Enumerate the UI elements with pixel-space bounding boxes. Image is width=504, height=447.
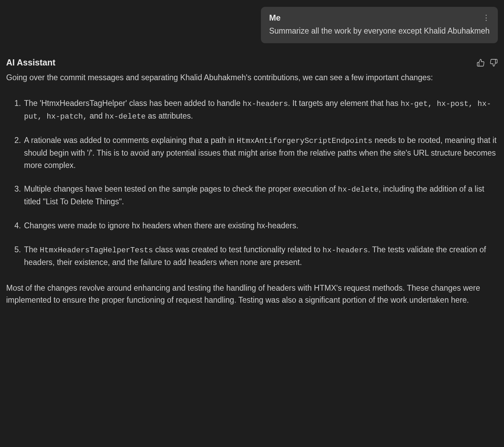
assistant-list: The 'HtmxHeadersTagHelper' class has bee… — [6, 97, 498, 269]
list-item: Multiple changes have been tested on the… — [14, 183, 498, 208]
user-message-header: Me ⋮ — [269, 13, 490, 23]
user-message-container: Me ⋮ Summarize all the work by everyone … — [6, 7, 498, 43]
list-item-text: and — [87, 111, 105, 120]
list-item-text: The 'HtmxHeadersTagHelper' class has bee… — [24, 99, 243, 108]
assistant-intro-text: Going over the commit messages and separ… — [6, 72, 498, 84]
list-item-text: The — [24, 245, 40, 254]
list-item-text: Changes were made to ignore hx headers w… — [24, 221, 298, 230]
list-item-text: A rationale was added to comments explai… — [24, 136, 237, 145]
thumbs-down-icon[interactable] — [490, 59, 498, 67]
feedback-icons — [477, 59, 498, 67]
list-item: The HtmxHeadersTagHelperTests class was … — [14, 244, 498, 269]
code-inline: hx-headers — [243, 100, 288, 108]
list-item-text: as attributes. — [146, 111, 193, 120]
user-message-text: Summarize all the work by everyone excep… — [269, 25, 490, 36]
assistant-conclusion-text: Most of the changes revolve around enhan… — [6, 282, 498, 306]
list-item: Changes were made to ignore hx headers w… — [14, 220, 498, 232]
user-message-bubble: Me ⋮ Summarize all the work by everyone … — [261, 7, 498, 43]
code-inline: HtmxAntiforgeryScriptEndpoints — [237, 137, 372, 145]
user-label: Me — [269, 13, 280, 23]
assistant-message: AI Assistant Going over the commit messa… — [6, 58, 498, 306]
assistant-message-header: AI Assistant — [6, 58, 498, 68]
code-inline: hx-headers — [323, 246, 368, 255]
more-vertical-icon[interactable]: ⋮ — [482, 14, 490, 22]
thumbs-up-icon[interactable] — [477, 59, 485, 67]
list-item: A rationale was added to comments explai… — [14, 134, 498, 171]
list-item-text: Multiple changes have been tested on the… — [24, 184, 338, 193]
code-inline: hx-delete — [105, 112, 146, 121]
list-item-text: . It targets any element that has — [288, 99, 401, 108]
list-item: The 'HtmxHeadersTagHelper' class has bee… — [14, 97, 498, 123]
code-inline: hx-delete — [338, 185, 379, 194]
list-item-text: class was created to test functionality … — [153, 245, 323, 254]
assistant-label: AI Assistant — [6, 58, 56, 68]
code-inline: HtmxHeadersTagHelperTests — [40, 246, 153, 255]
